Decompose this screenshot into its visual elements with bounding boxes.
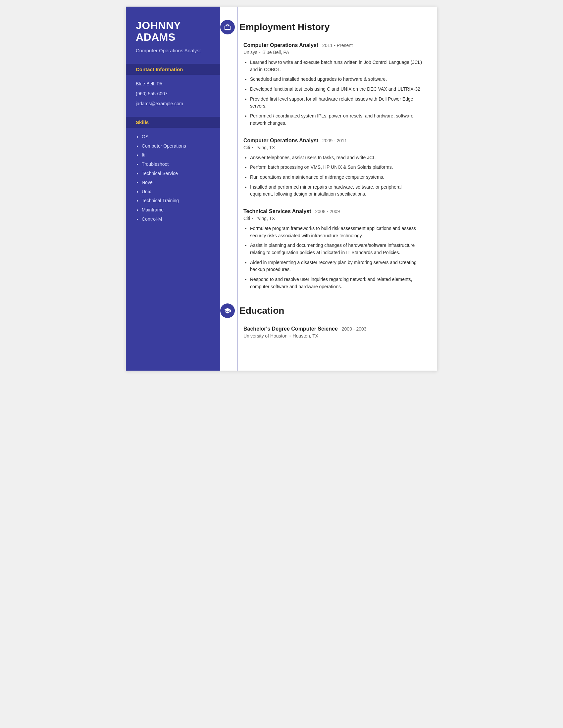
employment-section-title: Employment History	[239, 22, 330, 32]
edu-degree-1: Bachelor's Degree Computer Science	[243, 326, 338, 332]
education-section: Education Bachelor's Degree Computer Sci…	[220, 303, 422, 339]
employment-header-row: Employment History	[220, 20, 422, 34]
skill-item: Mainframe	[142, 207, 210, 213]
skill-item: Troubleshoot	[142, 161, 210, 168]
edu-school-row-1: University of Houston • Houston, TX	[243, 333, 422, 339]
skill-item: Novell	[142, 179, 210, 186]
job-location-2: Irving, TX	[255, 145, 275, 150]
job-company-3: Citi	[243, 216, 250, 221]
job-dates-2: 2009 - 2011	[322, 138, 347, 143]
job-title-row-1: Computer Operations Analyst 2011 - Prese…	[243, 42, 422, 48]
job-title-2: Computer Operations Analyst	[243, 138, 318, 144]
sidebar: JOHNNY ADAMS Computer Operations Analyst…	[126, 7, 220, 371]
skill-item: Control-M	[142, 216, 210, 223]
job-bullet: Formulate program frameworks to build ri…	[250, 225, 422, 239]
contact-section-header: Contact Information	[126, 64, 220, 75]
job-title-row-3: Technical Services Analyst 2008 - 2009	[243, 208, 422, 214]
job-bullet: Respond to and resolve user inquiries re…	[250, 276, 422, 290]
skill-item: OS	[142, 134, 210, 140]
employment-section: Employment History Computer Operations A…	[220, 20, 422, 290]
skill-item: Technical Service	[142, 170, 210, 177]
edu-dates-1: 2000 - 2003	[342, 326, 367, 332]
job-title-row-2: Computer Operations Analyst 2009 - 2011	[243, 138, 422, 144]
skill-item: Computer Operations	[142, 143, 210, 150]
job-bullet: Assist in planning and documenting chang…	[250, 242, 422, 256]
job-company-row-1: Unisys • Blue Bell, PA	[243, 50, 422, 55]
job-company-row-2: Citi • Irving, TX	[243, 145, 422, 150]
skills-list: OS Computer Operations Itil Troubleshoot…	[136, 134, 210, 222]
contact-phone: (960) 555-6007	[136, 91, 210, 97]
education-section-title: Education	[239, 305, 284, 316]
job-bullet: Answer telephones, assist users In tasks…	[250, 154, 422, 161]
skills-section-header: Skills	[126, 117, 220, 128]
job-dates-3: 2008 - 2009	[315, 209, 340, 214]
job-block-1: Computer Operations Analyst 2011 - Prese…	[243, 42, 422, 127]
main-content: Employment History Computer Operations A…	[220, 7, 437, 371]
job-location-3: Irving, TX	[255, 216, 275, 221]
job-location-1: Blue Bell, PA	[262, 50, 290, 55]
contact-email: jadams@example.com	[136, 101, 210, 107]
job-bullet: Scheduled and installed needed upgrades …	[250, 76, 422, 83]
skill-item: Itil	[142, 152, 210, 159]
edu-school-1: University of Houston	[243, 333, 288, 339]
job-bullet: Provided first level support for all har…	[250, 96, 422, 110]
education-block-1: Bachelor's Degree Computer Science 2000 …	[243, 326, 422, 339]
education-header-row: Education	[220, 303, 422, 318]
edu-location-1: Houston, TX	[293, 333, 319, 339]
resume-container: JOHNNY ADAMS Computer Operations Analyst…	[126, 7, 437, 371]
job-dates-1: 2011 - Present	[322, 43, 353, 48]
job-bullet: Installed and performed minor repairs to…	[250, 184, 422, 198]
job-title-3: Technical Services Analyst	[243, 208, 311, 214]
timeline-line	[237, 7, 238, 371]
job-bullet: Aided in Implementing a disaster recover…	[250, 259, 422, 273]
job-bullet: Run operations and maintenance of midran…	[250, 174, 422, 181]
edu-title-row-1: Bachelor's Degree Computer Science 2000 …	[243, 326, 422, 332]
contact-city: Blue Bell, PA	[136, 81, 210, 87]
job-bullet: Learned how to write and execute batch r…	[250, 59, 422, 73]
job-title-1: Computer Operations Analyst	[243, 42, 318, 48]
skill-item: Technical Training	[142, 198, 210, 204]
job-company-1: Unisys	[243, 50, 257, 55]
job-bullets-3: Formulate program frameworks to build ri…	[243, 225, 422, 291]
candidate-title: Computer Operations Analyst	[136, 47, 210, 54]
job-bullet: Developed functional test tools using C …	[250, 86, 422, 93]
candidate-name: JOHNNY ADAMS	[136, 20, 210, 43]
job-block-3: Technical Services Analyst 2008 - 2009 C…	[243, 208, 422, 291]
job-bullets-2: Answer telephones, assist users In tasks…	[243, 154, 422, 198]
briefcase-icon	[220, 20, 235, 34]
job-block-2: Computer Operations Analyst 2009 - 2011 …	[243, 138, 422, 198]
skill-item: Unix	[142, 189, 210, 195]
job-bullets-1: Learned how to write and execute batch r…	[243, 59, 422, 127]
skills-section: Skills OS Computer Operations Itil Troub…	[136, 117, 210, 222]
job-bullet: Perform batch processing on VMS, HP UNIX…	[250, 164, 422, 171]
job-company-row-3: Citi • Irving, TX	[243, 216, 422, 221]
job-bullet: Performed / coordinated system IPLs, pow…	[250, 113, 422, 127]
graduation-icon	[220, 303, 235, 318]
job-company-2: Citi	[243, 145, 250, 150]
